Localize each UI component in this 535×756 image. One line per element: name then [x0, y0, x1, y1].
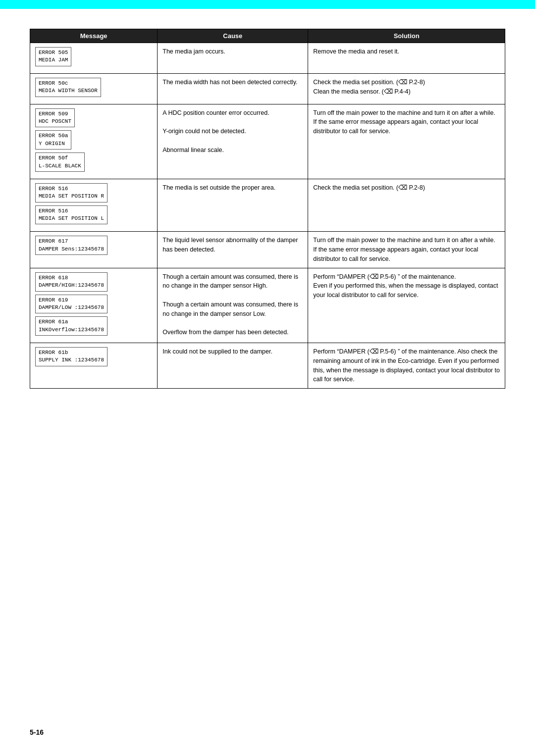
error-code-box: ERROR 509 HDC POSCNT: [35, 108, 75, 128]
page-number: 5-16: [30, 728, 44, 736]
message-cell: ERROR 50c MEDIA WIDTH SENSOR: [30, 73, 158, 104]
error-code-box: ERROR 617 DAMPER Sens:12345678: [35, 236, 107, 255]
table-row: ERROR 61b SUPPLY INK :12345678 Ink could…: [30, 343, 505, 389]
table-row: ERROR 509 HDC POSCNT ERROR 50a Y ORIGIN …: [30, 104, 505, 179]
solution-cell: Perform “DAMPER (⌫ P.5-6) ” of the maint…: [308, 268, 505, 343]
message-cell: ERROR 516 MEDIA SET POSITION R ERROR 516…: [30, 179, 158, 232]
header-message: Message: [30, 29, 158, 43]
cause-cell: The media width has not been detected co…: [158, 73, 308, 104]
error-code-box: ERROR 619 DAMPER/LOW :12345678: [35, 295, 107, 314]
error-code-box: ERROR 50a Y ORIGIN: [35, 130, 71, 150]
solution-cell: Check the media set position. (⌫ P.2-8): [308, 179, 505, 232]
header-solution: Solution: [308, 29, 505, 43]
error-code-box: ERROR 50f L-SCALE BLACK: [35, 152, 85, 172]
header-cause: Cause: [158, 29, 308, 43]
table-row: ERROR 505 MEDIA JAM The media jam occurs…: [30, 43, 505, 74]
solution-cell: Turn off the main power to the machine a…: [308, 104, 505, 179]
error-code-box: ERROR 50c MEDIA WIDTH SENSOR: [35, 78, 101, 97]
error-code-box: ERROR 618 DAMPER/HIGH:12345678: [35, 272, 107, 292]
cause-cell: A HDC position counter error occurred. Y…: [158, 104, 308, 179]
cause-cell: The media is set outside the proper area…: [158, 179, 308, 232]
message-cell: ERROR 617 DAMPER Sens:12345678: [30, 232, 158, 268]
solution-cell: Perform “DAMPER (⌫ P.5-6) ” of the maint…: [308, 343, 505, 389]
solution-cell: Turn off the main power to the machine a…: [308, 232, 505, 268]
error-code-box: ERROR 516 MEDIA SET POSITION R: [35, 183, 107, 202]
solution-cell: Remove the media and reset it.: [308, 43, 505, 74]
cause-cell: The media jam occurs.: [158, 43, 308, 74]
cause-cell: Though a certain amount was consumed, th…: [158, 268, 308, 343]
error-code-box: ERROR 516 MEDIA SET POSITION L: [35, 205, 107, 225]
error-code-box: ERROR 61b SUPPLY INK :12345678: [35, 347, 107, 366]
table-row: ERROR 617 DAMPER Sens:12345678 The liqui…: [30, 232, 505, 268]
message-cell: ERROR 618 DAMPER/HIGH:12345678 ERROR 619…: [30, 268, 158, 343]
table-row: ERROR 50c MEDIA WIDTH SENSOR The media w…: [30, 73, 505, 104]
cyan-top-bar: [0, 0, 535, 9]
table-row: ERROR 516 MEDIA SET POSITION R ERROR 516…: [30, 179, 505, 232]
cause-cell: The liquid level sensor abnormality of t…: [158, 232, 308, 268]
error-code-box: ERROR 505 MEDIA JAM: [35, 47, 71, 66]
message-cell: ERROR 509 HDC POSCNT ERROR 50a Y ORIGIN …: [30, 104, 158, 179]
solution-cell: Check the media set position. (⌫ P.2-8)C…: [308, 73, 505, 104]
message-cell: ERROR 505 MEDIA JAM: [30, 43, 158, 74]
cause-cell: Ink could not be supplied to the damper.: [158, 343, 308, 389]
message-cell: ERROR 61b SUPPLY INK :12345678: [30, 343, 158, 389]
table-row: ERROR 618 DAMPER/HIGH:12345678 ERROR 619…: [30, 268, 505, 343]
error-code-box: ERROR 61a INKOverflow:12345678: [35, 316, 107, 336]
error-table: Message Cause Solution ERROR 505 MEDIA J…: [30, 29, 505, 389]
